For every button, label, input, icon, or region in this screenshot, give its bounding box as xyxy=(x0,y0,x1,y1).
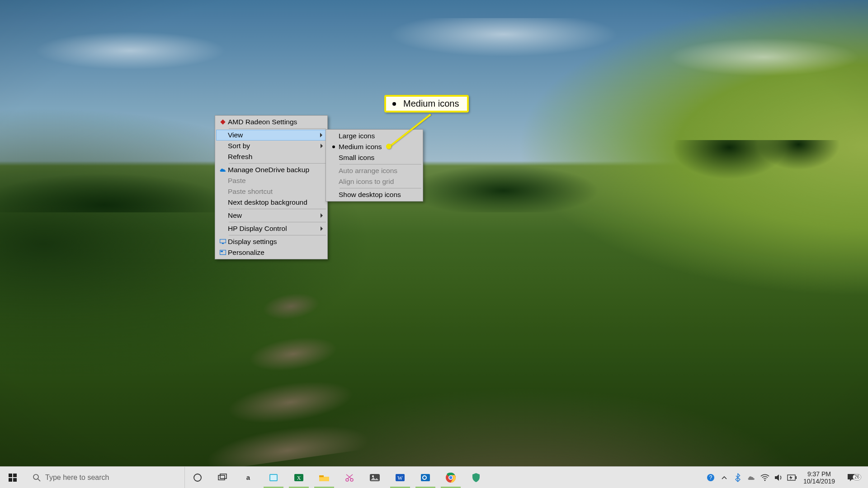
svg-rect-18 xyxy=(319,475,324,477)
svg-text:X: X xyxy=(297,475,301,481)
taskbar-app-chrome[interactable] xyxy=(438,467,463,488)
menu-label: Show desktop icons xyxy=(339,191,410,199)
menu-item-view[interactable]: View xyxy=(216,130,326,141)
amazon-icon: a xyxy=(246,474,250,481)
menu-label: Align icons to grid xyxy=(339,178,410,186)
menu-label: Manage OneDrive backup xyxy=(228,166,315,174)
chevron-up-icon xyxy=(722,476,727,479)
menu-item-manage-onedrive-backup[interactable]: Manage OneDrive backup xyxy=(216,164,326,175)
svg-point-35 xyxy=(764,479,766,481)
submenu-item-show-desktop-icons[interactable]: Show desktop icons xyxy=(327,189,422,200)
menu-item-refresh[interactable]: Refresh xyxy=(216,151,326,162)
menu-label: Next desktop background xyxy=(228,198,315,206)
menu-label: AMD Radeon Settings xyxy=(228,118,315,126)
menu-item-amd-radeon-settings[interactable]: AMD Radeon Settings xyxy=(216,117,326,127)
svg-point-29 xyxy=(423,476,426,479)
cortana-button[interactable] xyxy=(185,467,210,488)
menu-item-new[interactable]: New xyxy=(216,210,326,221)
menu-item-personalize[interactable]: Personalize xyxy=(216,247,326,258)
display-settings-icon xyxy=(218,239,228,244)
submenu-item-small-icons[interactable]: Small icons xyxy=(327,152,422,163)
tray-power-icon[interactable] xyxy=(785,467,799,488)
menu-item-paste: Paste xyxy=(216,175,326,186)
svg-text:W: W xyxy=(397,475,403,481)
separator xyxy=(229,163,326,164)
tray-overflow-button[interactable] xyxy=(717,467,731,488)
clock-time: 9:37 PM xyxy=(807,470,831,478)
menu-label: Medium icons xyxy=(339,143,410,151)
menu-label: Paste shortcut xyxy=(228,188,315,196)
taskbar-app-photos[interactable] xyxy=(362,467,387,488)
annotation-end-dot xyxy=(386,144,392,149)
menu-item-sort-by[interactable]: Sort by xyxy=(216,141,326,151)
speaker-icon xyxy=(774,474,783,482)
annotation-callout: Medium icons xyxy=(384,95,469,113)
battery-icon xyxy=(787,474,797,481)
system-tray: ? xyxy=(704,467,868,488)
shield-icon xyxy=(471,472,481,483)
svg-point-32 xyxy=(449,476,453,479)
taskbar-app-file-explorer[interactable] xyxy=(311,467,337,488)
amd-icon xyxy=(218,119,228,125)
svg-rect-13 xyxy=(220,474,226,479)
menu-label: Paste xyxy=(228,177,315,185)
menu-item-hp-display-control[interactable]: HP Display Control xyxy=(216,223,326,234)
clock-date: 10/14/2019 xyxy=(803,478,835,485)
submenu-item-align-icons-to-grid[interactable]: Align icons to grid xyxy=(327,176,422,187)
svg-rect-5 xyxy=(9,474,12,477)
start-button[interactable] xyxy=(0,467,25,488)
action-center-button[interactable]: 26 xyxy=(840,473,864,482)
chevron-right-icon xyxy=(321,213,323,218)
callout-label: Medium icons xyxy=(403,99,459,109)
tray-onedrive-icon[interactable] xyxy=(745,467,758,488)
menu-label: View xyxy=(228,131,315,139)
callout-bullet-icon xyxy=(392,102,396,106)
tray-bluetooth-icon[interactable] xyxy=(731,467,745,488)
taskbar-clock[interactable]: 9:37 PM 10/14/2019 xyxy=(799,470,840,485)
menu-label: Small icons xyxy=(339,154,410,162)
tray-volume-icon[interactable] xyxy=(772,467,785,488)
menu-item-display-settings[interactable]: Display settings xyxy=(216,236,326,247)
tray-help-icon[interactable]: ? xyxy=(704,467,717,488)
taskbar-app-snip[interactable] xyxy=(337,467,362,488)
search-placeholder: Type here to search xyxy=(45,474,109,482)
separator xyxy=(229,222,326,222)
note-app-icon xyxy=(268,472,279,483)
photos-icon xyxy=(369,473,381,483)
svg-line-10 xyxy=(38,479,40,481)
task-view-icon xyxy=(218,474,228,482)
menu-label: HP Display Control xyxy=(228,225,315,233)
svg-rect-15 xyxy=(270,475,277,480)
taskbar-app-word[interactable]: W xyxy=(387,467,413,488)
taskbar-app-notepadlike[interactable] xyxy=(261,467,286,488)
separator xyxy=(340,164,421,164)
file-explorer-icon xyxy=(318,473,330,483)
taskbar-app-security[interactable] xyxy=(463,467,489,488)
separator xyxy=(229,209,326,209)
menu-label: Display settings xyxy=(228,238,315,246)
snip-icon xyxy=(344,472,355,483)
tray-wifi-icon[interactable] xyxy=(758,467,772,488)
taskbar-app-outlook[interactable] xyxy=(413,467,438,488)
chevron-right-icon xyxy=(320,133,322,137)
taskbar-app-excel[interactable]: X xyxy=(286,467,311,488)
word-icon: W xyxy=(394,472,406,483)
bluetooth-icon xyxy=(735,473,741,482)
action-center-badge: 26 xyxy=(853,474,861,480)
wallpaper-vignette xyxy=(0,0,868,488)
desktop-context-menu: AMD Radeon Settings View Sort by Refresh… xyxy=(215,115,328,259)
submenu-item-medium-icons[interactable]: Medium icons xyxy=(327,141,422,152)
amazon-app-button[interactable]: a xyxy=(236,467,261,488)
svg-rect-6 xyxy=(13,474,17,477)
menu-label: Sort by xyxy=(228,142,315,150)
task-view-button[interactable] xyxy=(210,467,236,488)
separator xyxy=(229,235,326,235)
svg-text:?: ? xyxy=(709,474,712,481)
submenu-item-auto-arrange-icons[interactable]: Auto arrange icons xyxy=(327,165,422,176)
excel-icon: X xyxy=(293,472,305,483)
taskbar-search[interactable]: Type here to search xyxy=(25,467,185,488)
menu-label: Refresh xyxy=(228,153,315,161)
chevron-right-icon xyxy=(321,144,323,148)
menu-item-paste-shortcut: Paste shortcut xyxy=(216,186,326,197)
menu-item-next-desktop-background[interactable]: Next desktop background xyxy=(216,197,326,208)
